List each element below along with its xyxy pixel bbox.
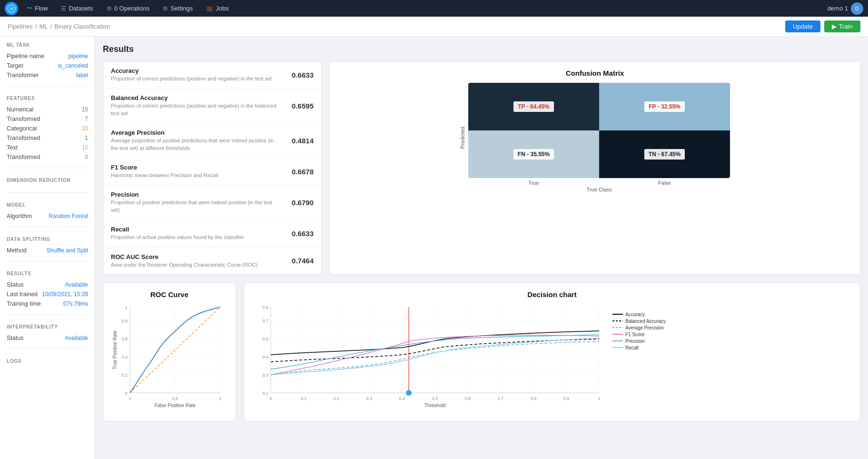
app-logo[interactable] [5,2,18,15]
sidebar-numerical: Numerical 15 [7,105,88,114]
svg-text:False Positive Rate: False Positive Rate [155,403,196,408]
sidebar-interpretability: INTERPRETABILITY Status Available [0,319,95,345]
settings-icon: ⚙ [163,5,168,12]
sidebar-interp-status: Status Available [7,333,88,343]
legend-accuracy: Accuracy [612,312,666,317]
breadcrumb-ml[interactable]: ML [39,23,48,30]
cm-y-label: Predicted [460,127,465,149]
cm-x-title: True Class [468,187,730,192]
splitting-title: DATA SPLITTING [7,237,88,242]
decision-chart-legend: Accuracy Balanced Accuracy Average Preci… [612,312,666,412]
cm-cell-tn: TN - 67.45% [599,130,730,178]
cm-tn-badge: TN - 67.45% [644,149,685,160]
cm-tp-badge: TP - 64.45% [513,101,553,112]
svg-text:0.8: 0.8 [121,319,128,323]
breadcrumb: Pipelines / ML / Binary Classification [8,23,110,30]
metrics-table: Accuracy Proportion of correct predictio… [103,61,322,275]
user-menu[interactable]: demo 1 D [828,2,863,15]
sidebar: ML TASK Pipeline name pipeline Target is… [0,37,95,459]
content-area: Results Accuracy Proportion of correct p… [95,37,868,459]
cm-cell-tp: TP - 64.45% [468,83,599,130]
sidebar-ml-task: ML TASK Pipeline name pipeline Target is… [0,37,95,82]
svg-point-55 [406,390,412,396]
svg-text:0.1: 0.1 [301,396,307,401]
metric-f1: F1 Score Harmonic mean between Precision… [103,158,321,185]
metric-recall: Recall Proportion of actual positive val… [103,220,321,247]
sidebar-target: Target is_canceled [7,61,88,70]
cm-x-true: True [468,180,599,186]
legend-balanced-accuracy: Balanced Accuracy [612,319,666,324]
model-title: MODEL [7,202,88,208]
svg-text:0.8: 0.8 [262,305,268,310]
results-heading: Results [103,44,860,54]
svg-text:0.7: 0.7 [498,396,504,401]
cm-grid: TP - 64.45% FP - 32.55% FN - 35.55% TN -… [468,83,730,178]
metric-accuracy: Accuracy Proportion of correct predictio… [103,61,321,89]
update-button[interactable]: Update [785,20,820,32]
jobs-icon: 💼 [206,5,213,12]
svg-text:0: 0 [269,396,272,401]
svg-text:0.5: 0.5 [172,396,178,401]
breadcrumb-pipelines[interactable]: Pipelines [8,23,33,30]
sidebar-logs: LOGS [0,353,95,369]
operations-icon: ⚙ [107,5,112,12]
svg-text:0.9: 0.9 [563,396,570,401]
legend-precision: Precision [612,339,666,344]
svg-text:Threshold: Threshold [424,403,445,408]
sidebar-status: Status Available [7,280,88,289]
user-avatar: D [851,2,863,15]
nav-datasets[interactable]: ☰ Datasets [56,3,98,14]
metric-avg-precision: Average Precision Average proportion of … [103,123,321,158]
svg-text:1: 1 [125,305,128,310]
svg-text:0.2: 0.2 [334,396,340,401]
svg-text:0.6: 0.6 [262,337,268,341]
decision-chart: 0.2 0.3 0.4 0.6 0.7 0.8 0 0.1 0.2 0.3 0.… [252,302,609,412]
results-section-title: RESULTS [7,271,88,276]
roc-chart-title: ROC Curve [111,290,228,299]
svg-text:1: 1 [219,396,221,401]
sidebar-pipeline-name: Pipeline name pipeline [7,51,88,61]
svg-text:0.6: 0.6 [121,337,128,341]
breadcrumb-actions: Update ▶ Train [785,20,860,32]
sidebar-method: Method Shuffle and Split [7,246,88,255]
svg-text:0.6: 0.6 [465,396,471,401]
svg-text:0.2: 0.2 [121,373,128,378]
svg-text:1: 1 [598,396,600,401]
breadcrumb-binary-classification: Binary Classification [54,23,110,30]
sidebar-features: FEATURES Numerical 15 Transformed 7 Cate… [0,90,95,164]
sidebar-last-trained: Last trained 10/09/2021, 15:28 [7,289,88,299]
train-button[interactable]: ▶ Train [824,20,860,32]
metrics-section: Accuracy Proportion of correct predictio… [103,61,860,275]
nav-settings[interactable]: ⚙ Settings [158,3,197,14]
nav-jobs[interactable]: 💼 Jobs [201,3,233,14]
legend-avg-precision: Average Precision [612,325,666,330]
sidebar-data-splitting: DATA SPLITTING Method Shuffle and Split [0,231,95,257]
svg-text:True Positive Rate: True Positive Rate [112,330,118,369]
play-icon: ▶ [832,23,837,30]
decision-chart-title: Decision chart [252,290,852,299]
confusion-matrix: Confusion Matrix Predicted TP - 64.45% F… [329,61,860,275]
roc-curve-container: ROC Curve 0 0.2 0.4 0.6 [103,282,236,421]
sidebar-categorical: Categorical 10 [7,124,88,133]
charts-row: ROC Curve 0 0.2 0.4 0.6 [103,282,860,421]
metric-precision: Precision Proportion of positive predict… [103,185,321,220]
sidebar-training-time: Training time 07s:79ms [7,299,88,309]
flow-icon: 〜 [27,4,32,12]
interpretability-title: INTERPRETABILITY [7,324,88,329]
roc-curve-chart: 0 0.2 0.4 0.6 0.8 1 0 0.5 1 True Positiv… [111,302,225,412]
svg-text:0.3: 0.3 [262,373,268,378]
nav-operations[interactable]: ⚙ 0 Operations [102,3,154,14]
sidebar-text: Text 10 [7,143,88,152]
breadcrumb-bar: Pipelines / ML / Binary Classification U… [0,17,868,37]
nav-flow[interactable]: 〜 Flow [22,2,52,14]
svg-text:0: 0 [125,391,128,396]
cm-x-false: False [599,180,730,186]
cm-cell-fp: FP - 32.55% [599,83,730,130]
sidebar-algorithm: Algorithm Random Forest [7,211,88,221]
svg-text:0.7: 0.7 [262,319,268,323]
cm-cell-fn: FN - 35.55% [468,130,599,178]
svg-text:0.4: 0.4 [121,355,128,359]
decision-chart-container: Decision chart [244,282,860,421]
main-layout: ML TASK Pipeline name pipeline Target is… [0,37,868,459]
ml-task-title: ML TASK [7,42,88,48]
